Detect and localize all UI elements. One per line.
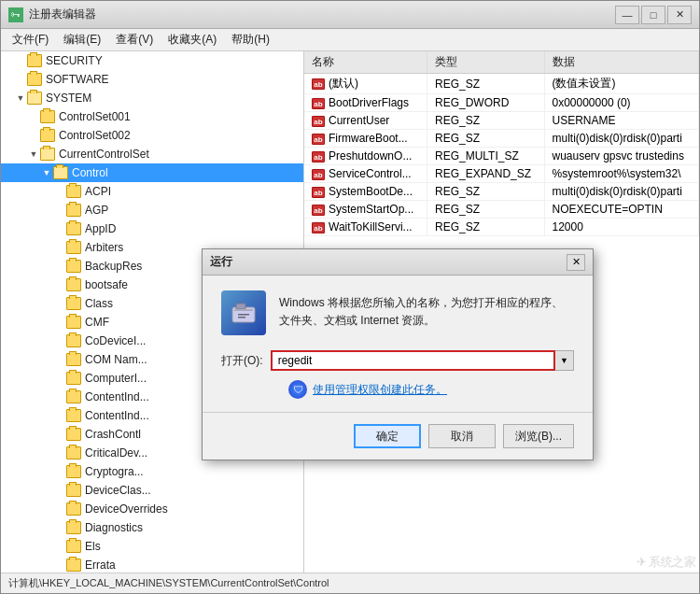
table-row[interactable]: abCurrentUserREG_SZUSERNAME bbox=[304, 112, 699, 130]
menu-view[interactable]: 查看(V) bbox=[108, 29, 161, 50]
folder-icon bbox=[66, 390, 81, 403]
cell-name: abSystemBootDe... bbox=[304, 183, 427, 201]
run-dialog: 运行 ✕ Windows 将根据您所输入的名称 bbox=[202, 248, 594, 460]
cell-name: abServiceControl... bbox=[304, 165, 427, 183]
folder-icon bbox=[66, 241, 81, 254]
tree-item-label: Errata bbox=[85, 559, 116, 572]
cancel-button[interactable]: 取消 bbox=[428, 424, 496, 448]
dialog-top: Windows 将根据您所输入的名称，为您打开相应的程序、文件夹、文档或 Int… bbox=[221, 290, 574, 335]
table-row[interactable]: ab(默认)REG_SZ(数值未设置) bbox=[304, 74, 699, 94]
cell-name: ab(默认) bbox=[304, 74, 427, 94]
tree-item-label: ACPI bbox=[85, 185, 111, 198]
tree-item-label: COM Nam... bbox=[85, 353, 147, 366]
folder-icon bbox=[40, 110, 55, 123]
input-wrap: ▼ bbox=[271, 350, 574, 371]
tree-item-diagnostics[interactable]: Diagnostics bbox=[1, 518, 303, 537]
folder-icon bbox=[66, 446, 81, 460]
menu-bar: 文件(F) 编辑(E) 查看(V) 收藏夹(A) 帮助(H) bbox=[1, 29, 699, 51]
folder-icon bbox=[66, 465, 81, 478]
cell-type: REG_EXPAND_SZ bbox=[427, 165, 544, 183]
ok-button[interactable]: 确定 bbox=[354, 424, 421, 448]
maximize-button[interactable]: □ bbox=[641, 6, 665, 24]
tree-item-label: ContentInd... bbox=[85, 390, 149, 403]
col-header-type: 类型 bbox=[427, 51, 544, 74]
table-row[interactable]: abServiceControl...REG_EXPAND_SZ%systemr… bbox=[304, 165, 699, 183]
main-window: 🗝 注册表编辑器 — □ ✕ 文件(F) 编辑(E) 查看(V) 收藏夹(A) … bbox=[0, 0, 700, 594]
tree-item-label: ControlSet002 bbox=[59, 129, 131, 142]
cell-name: abPreshutdownO... bbox=[304, 148, 427, 165]
cell-data: wuauserv gpsvc trustedins bbox=[544, 148, 699, 165]
cell-data: (数值未设置) bbox=[544, 74, 699, 94]
minimize-button[interactable]: — bbox=[615, 6, 639, 24]
tree-item-control[interactable]: ▼Control bbox=[1, 163, 303, 182]
table-row[interactable]: abBootDriverFlagsREG_DWORD0x00000000 (0) bbox=[304, 94, 699, 112]
folder-icon bbox=[66, 502, 81, 516]
folder-icon bbox=[66, 484, 81, 497]
menu-help[interactable]: 帮助(H) bbox=[224, 29, 277, 50]
tree-item-system[interactable]: ▼SYSTEM bbox=[1, 89, 303, 107]
menu-favorites[interactable]: 收藏夹(A) bbox=[161, 29, 224, 50]
folder-icon bbox=[66, 185, 81, 198]
tree-item-label: ControlSet001 bbox=[59, 110, 131, 123]
folder-icon bbox=[66, 334, 81, 347]
tree-item-label: Control bbox=[72, 166, 108, 179]
folder-icon bbox=[66, 353, 81, 366]
folder-icon bbox=[66, 559, 81, 572]
cell-data: USERNAME bbox=[544, 112, 699, 130]
tree-item-errata[interactable]: Errata bbox=[1, 556, 303, 573]
tree-item-label: ContentInd... bbox=[85, 409, 149, 422]
status-bar: 计算机\HKEY_LOCAL_MACHINE\SYSTEM\CurrentCon… bbox=[1, 573, 699, 593]
dropdown-button[interactable]: ▼ bbox=[555, 350, 574, 371]
tree-item-deviceoverrides[interactable]: DeviceOverrides bbox=[1, 500, 303, 518]
tree-item-label: SYSTEM bbox=[46, 92, 91, 105]
tree-item-currentcontrolset[interactable]: ▼CurrentControlSet bbox=[1, 145, 303, 163]
folder-icon bbox=[66, 278, 81, 291]
table-row[interactable]: abFirmwareBoot...REG_SZmulti(0)disk(0)rd… bbox=[304, 130, 699, 148]
menu-file[interactable]: 文件(F) bbox=[5, 29, 56, 50]
cell-data: %systemroot%\system32\ bbox=[544, 165, 699, 183]
tree-item-cryptogra[interactable]: Cryptogra... bbox=[1, 462, 303, 481]
tree-item-els[interactable]: Els bbox=[1, 537, 303, 556]
cell-type: REG_SZ bbox=[427, 201, 544, 219]
tree-item-label: SECURITY bbox=[46, 54, 103, 67]
open-row: 打开(O): ▼ bbox=[221, 350, 574, 371]
table-row[interactable]: abPreshutdownO...REG_MULTI_SZwuauserv gp… bbox=[304, 148, 699, 165]
dialog-body: Windows 将根据您所输入的名称，为您打开相应的程序、文件夹、文档或 Int… bbox=[203, 276, 593, 460]
tree-item-acpi[interactable]: ACPI bbox=[1, 182, 303, 201]
folder-icon bbox=[66, 222, 81, 235]
folder-icon bbox=[40, 148, 55, 161]
tree-item-controlset001[interactable]: ControlSet001 bbox=[1, 107, 303, 126]
open-label: 打开(O): bbox=[221, 353, 263, 369]
close-button[interactable]: ✕ bbox=[667, 6, 692, 24]
cell-data: multi(0)disk(0)rdisk(0)parti bbox=[544, 183, 699, 201]
tree-item-agp[interactable]: AGP bbox=[1, 201, 303, 219]
tree-item-label: Class bbox=[85, 297, 113, 310]
browse-button[interactable]: 浏览(B)... bbox=[503, 424, 574, 448]
shield-icon: 🛡 bbox=[288, 380, 307, 399]
cell-data: NOEXECUTE=OPTIN bbox=[544, 201, 699, 219]
registry-table: 名称 类型 数据 ab(默认)REG_SZ(数值未设置)abBootDriver… bbox=[304, 51, 699, 236]
menu-edit[interactable]: 编辑(E) bbox=[56, 29, 108, 50]
tree-item-label: CrashContl bbox=[85, 428, 141, 441]
table-row[interactable]: abSystemStartOp...REG_SZNOEXECUTE=OPTIN bbox=[304, 201, 699, 219]
dialog-close-button[interactable]: ✕ bbox=[567, 254, 585, 271]
folder-icon bbox=[66, 540, 81, 553]
table-row[interactable]: abWaitToKillServi...REG_SZ12000 bbox=[304, 219, 699, 236]
cell-type: REG_MULTI_SZ bbox=[427, 148, 544, 165]
tree-item-controlset002[interactable]: ControlSet002 bbox=[1, 126, 303, 145]
tree-item-label: CoDeviceI... bbox=[85, 334, 146, 347]
tree-item-label: CurrentControlSet bbox=[59, 148, 149, 161]
tree-item-security[interactable]: SECURITY bbox=[1, 51, 303, 70]
tree-item-label: AGP bbox=[85, 204, 108, 217]
tree-item-software[interactable]: SOFTWARE bbox=[1, 70, 303, 89]
table-row[interactable]: abSystemBootDe...REG_SZmulti(0)disk(0)rd… bbox=[304, 183, 699, 201]
run-input[interactable] bbox=[271, 350, 555, 371]
cell-name: abWaitToKillServi... bbox=[304, 219, 427, 236]
window-controls: — □ ✕ bbox=[615, 6, 692, 24]
tree-item-appid[interactable]: AppID bbox=[1, 219, 303, 238]
admin-link[interactable]: 使用管理权限创建此任务。 bbox=[313, 382, 447, 398]
svg-rect-2 bbox=[234, 309, 253, 311]
cell-type: REG_SZ bbox=[427, 183, 544, 201]
cell-name: abBootDriverFlags bbox=[304, 94, 427, 112]
tree-item-deviceclas[interactable]: DeviceClas... bbox=[1, 481, 303, 500]
